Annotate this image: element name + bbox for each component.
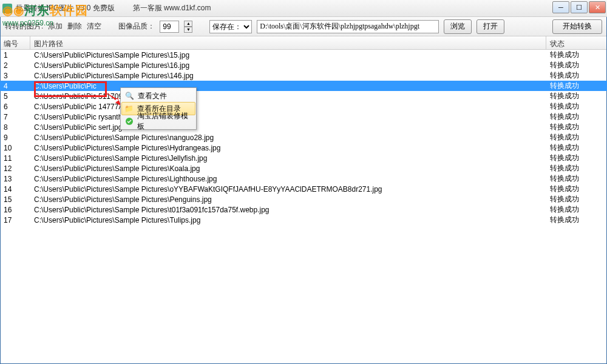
table-row[interactable]: 5C:\Users\Public\Pic 511709031557iy3ie3m… (0, 91, 607, 101)
col-header-path[interactable]: 图片路径 (30, 36, 546, 49)
window-subtitle: 第一客服 www.d1kf.com (133, 3, 211, 13)
cell-status: 转换成功 (546, 204, 607, 215)
cell-num: 17 (0, 216, 30, 224)
cell-num: 1 (0, 51, 30, 59)
cell-num: 8 (0, 123, 30, 132)
cell-status: 转换成功 (546, 174, 607, 184)
cell-num: 12 (0, 164, 30, 173)
table-row[interactable]: 4C:\Users\Public\Pic转换成功 (0, 81, 607, 91)
cell-num: 5 (0, 92, 30, 101)
browse-button[interactable]: 浏览 (444, 19, 472, 34)
save-path-input[interactable] (257, 20, 439, 33)
cell-status: 转换成功 (546, 143, 607, 153)
table-row[interactable]: 16C:\Users\Public\Pictures\Sample Pictur… (0, 204, 607, 215)
cell-num: 15 (0, 195, 30, 204)
cell-path: C:\Users\Public\Pic (30, 82, 546, 90)
cell-num: 11 (0, 154, 30, 163)
table-row[interactable]: 9C:\Users\Public\Pictures\Sample Picture… (0, 132, 607, 143)
cell-path: C:\Users\Public\Pictures\Sample Pictures… (30, 154, 546, 163)
cell-path: C:\Users\Public\Pic rysanthemum.jpg (30, 113, 546, 121)
close-button[interactable]: ✕ (589, 1, 606, 13)
cell-num: 16 (0, 206, 30, 214)
cell-num: 13 (0, 175, 30, 183)
cell-num: 2 (0, 61, 30, 70)
table-row[interactable]: 12C:\Users\Public\Pictures\Sample Pictur… (0, 163, 607, 174)
quality-label: 图像品质： (118, 21, 155, 32)
table-row[interactable]: 13C:\Users\Public\Pictures\Sample Pictur… (0, 174, 607, 184)
cell-path: C:\Users\Public\Pictures\Sample Pictures… (30, 216, 546, 224)
col-header-num[interactable]: 编号 (0, 36, 30, 49)
cell-status: 转换成功 (546, 194, 607, 204)
cell-status: 转换成功 (546, 101, 607, 112)
table-row[interactable]: 2C:\Users\Public\Pictures\Sample Picture… (0, 60, 607, 70)
cell-num: 9 (0, 133, 30, 142)
toolbar: 转转的图片: 添加 删除 清空 图像品质： ▲▼ 保存在： 浏览 打开 开始转换 (0, 17, 607, 36)
cell-status: 转换成功 (546, 184, 607, 194)
cell-path: C:\Users\Public\Pictures\Sample Pictures… (30, 72, 546, 80)
titlebar: 批量转换JPG图片 V3.0 免费版 第一客服 www.d1kf.com ─ ☐… (0, 0, 607, 17)
add-link[interactable]: 添加 (48, 21, 63, 32)
cell-num: 10 (0, 144, 30, 152)
start-convert-button[interactable]: 开始转换 (552, 19, 602, 34)
cell-num: 6 (0, 103, 30, 111)
cell-status: 转换成功 (546, 70, 607, 81)
table-row[interactable]: 17C:\Users\Public\Pictures\Sample Pictur… (0, 215, 607, 225)
clear-link[interactable]: 清空 (87, 21, 101, 32)
cell-status: 转换成功 (546, 60, 607, 70)
menu-label: 淘宝店铺装修模板 (137, 111, 192, 132)
app-icon (2, 4, 12, 13)
cell-path: C:\Users\Public\Pictures\Sample Pictures… (30, 61, 546, 70)
cell-status: 转换成功 (546, 50, 607, 60)
menu-template[interactable]: 淘宝店铺装修模板 (122, 115, 195, 128)
cell-path: C:\Users\Public\Pictures\Sample Pictures… (30, 206, 546, 214)
cell-num: 7 (0, 113, 30, 121)
cell-status: 转换成功 (546, 112, 607, 122)
save-location-select[interactable]: 保存在： (209, 20, 252, 33)
col-header-status[interactable]: 状态 (546, 36, 607, 49)
toolbar-label: 转转的图片: (5, 21, 43, 32)
table-row[interactable]: 1C:\Users\Public\Pictures\Sample Picture… (0, 50, 607, 60)
cell-path: C:\Users\Public\Pictures\Sample Pictures… (30, 51, 546, 59)
quality-spinner[interactable]: ▲▼ (184, 21, 192, 33)
magnifier-icon: 🔍 (124, 91, 134, 101)
cell-status: 转换成功 (546, 122, 607, 132)
maximize-button[interactable]: ☐ (571, 1, 588, 13)
table-row[interactable]: 3C:\Users\Public\Pictures\Sample Picture… (0, 70, 607, 81)
cell-status: 转换成功 (546, 215, 607, 225)
table-row[interactable]: 14C:\Users\Public\Pictures\Sample Pictur… (0, 184, 607, 194)
context-menu: 🔍 查看文件 📁 查看所在目录 淘宝店铺装修模板 (120, 87, 197, 130)
open-button[interactable]: 打开 (476, 19, 504, 34)
delete-link[interactable]: 删除 (67, 21, 82, 32)
cell-status: 转换成功 (546, 91, 607, 101)
table-row[interactable]: 15C:\Users\Public\Pictures\Sample Pictur… (0, 194, 607, 204)
cell-path: C:\Users\Public\Pictures\Sample Pictures… (30, 175, 546, 183)
cell-status: 转换成功 (546, 153, 607, 163)
table-row[interactable]: 11C:\Users\Public\Pictures\Sample Pictur… (0, 153, 607, 163)
cell-status: 转换成功 (546, 81, 607, 91)
cell-path: C:\Users\Public\Pictures\Sample Pictures… (30, 144, 546, 152)
minimize-button[interactable]: ─ (552, 1, 569, 13)
table-row[interactable]: 6C:\Users\Public\Pic 14777AHBYY_1000x500… (0, 101, 607, 112)
menu-label: 查看文件 (138, 91, 167, 101)
cell-path: C:\Users\Public\Pictures\Sample Pictures… (30, 133, 546, 142)
table-body: 1C:\Users\Public\Pictures\Sample Picture… (0, 50, 607, 363)
cell-num: 14 (0, 185, 30, 194)
folder-search-icon: 📁 (124, 104, 134, 113)
cell-path: C:\Users\Public\Pictures\Sample Pictures… (30, 164, 546, 173)
cell-path: C:\Users\Public\Pic 511709031557iy3ie3m9… (30, 92, 546, 101)
table-row[interactable]: 7C:\Users\Public\Pic rysanthemum.jpg转换成功 (0, 112, 607, 122)
cell-status: 转换成功 (546, 132, 607, 143)
menu-view-file[interactable]: 🔍 查看文件 (122, 89, 195, 103)
table-row[interactable]: 8C:\Users\Public\Pic sert.jpg转换成功 (0, 122, 607, 132)
check-circle-icon (124, 116, 134, 126)
cell-path: C:\Users\Public\Pictures\Sample Pictures… (30, 185, 546, 194)
cell-num: 3 (0, 72, 30, 80)
quality-input[interactable] (160, 21, 179, 33)
cell-path: C:\Users\Public\Pic sert.jpg (30, 123, 546, 132)
table-header: 编号 图片路径 状态 (0, 36, 607, 50)
window-title: 批量转换JPG图片 V3.0 免费版 (16, 3, 115, 13)
cell-num: 4 (0, 82, 30, 90)
cell-path: C:\Users\Public\Pic 14777AHBYY_1000x500.… (30, 103, 546, 111)
cell-path: C:\Users\Public\Pictures\Sample Pictures… (30, 195, 546, 204)
table-row[interactable]: 10C:\Users\Public\Pictures\Sample Pictur… (0, 143, 607, 153)
